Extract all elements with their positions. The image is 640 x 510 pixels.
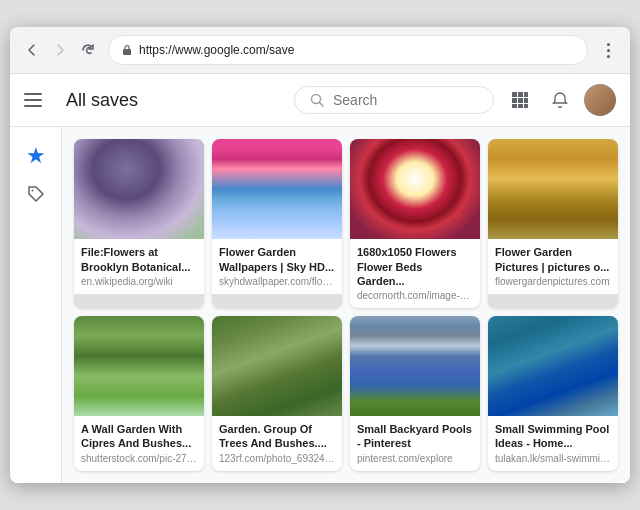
sidebar-item-star[interactable]: ★ xyxy=(26,143,46,169)
content-area: File:Flowers at Brooklyn Botanical...en.… xyxy=(62,127,630,482)
card-thumbnail xyxy=(212,316,342,416)
reload-button[interactable] xyxy=(76,38,100,62)
search-bar[interactable] xyxy=(294,86,494,114)
card-thumbnail xyxy=(488,139,618,239)
card-url: shutterstock.com/pic-2721... xyxy=(81,453,197,464)
app-header: All saves xyxy=(10,74,630,127)
avatar[interactable] xyxy=(584,84,616,116)
sidebar: ★ xyxy=(10,127,62,482)
page-title: All saves xyxy=(66,90,294,111)
svg-point-11 xyxy=(31,190,33,192)
card-thumbnail xyxy=(488,316,618,416)
card-url: skyhdwallpaper.com/flower... xyxy=(219,276,335,287)
svg-rect-3 xyxy=(518,92,523,97)
bell-icon xyxy=(551,91,569,109)
card-title: 1680x1050 Flowers Flower Beds Garden... xyxy=(357,245,473,288)
svg-rect-6 xyxy=(518,98,523,103)
address-bar[interactable] xyxy=(108,35,588,65)
card-title: Small Backyard Pools - Pinterest xyxy=(357,422,473,451)
sidebar-item-tag[interactable] xyxy=(27,185,45,208)
list-item[interactable]: Small Backyard Pools - Pinterestpinteres… xyxy=(350,316,480,471)
card-title: Flower Garden Pictures | pictures o... xyxy=(495,245,611,274)
card-thumbnail xyxy=(74,316,204,416)
hamburger-button[interactable] xyxy=(24,86,52,114)
list-item[interactable]: Flower Garden Pictures | pictures o...fl… xyxy=(488,139,618,308)
svg-rect-4 xyxy=(524,92,528,97)
main-layout: ★ File:Flowers at Brooklyn Botanical...e… xyxy=(10,127,630,482)
card-url: 123rf.com/photo_6932437... xyxy=(219,453,335,464)
card-title: File:Flowers at Brooklyn Botanical... xyxy=(81,245,197,274)
svg-rect-10 xyxy=(524,104,528,108)
svg-rect-2 xyxy=(512,92,517,97)
svg-rect-9 xyxy=(518,104,523,108)
list-item[interactable]: Flower Garden Wallpapers | Sky HD...skyh… xyxy=(212,139,342,308)
header-right xyxy=(504,84,616,116)
list-item[interactable]: A Wall Garden With Cipres And Bushes...s… xyxy=(74,316,204,471)
back-button[interactable] xyxy=(20,38,44,62)
list-item[interactable]: Small Swimming Pool Ideas - Home...tulak… xyxy=(488,316,618,471)
card-url: decornorth.com/image-of-fl... xyxy=(357,290,473,301)
search-input[interactable] xyxy=(333,92,473,108)
svg-rect-0 xyxy=(123,49,131,55)
card-title: A Wall Garden With Cipres And Bushes... xyxy=(81,422,197,451)
list-item[interactable]: Garden. Group Of Trees And Bushes....123… xyxy=(212,316,342,471)
image-grid: File:Flowers at Brooklyn Botanical...en.… xyxy=(74,139,618,470)
svg-rect-5 xyxy=(512,98,517,103)
browser-window: All saves xyxy=(10,27,630,482)
notifications-button[interactable] xyxy=(544,84,576,116)
svg-rect-8 xyxy=(512,104,517,108)
card-url: tulakan.lk/small-swimming-... xyxy=(495,453,611,464)
card-url: pinterest.com/explore xyxy=(357,453,473,464)
list-item[interactable]: File:Flowers at Brooklyn Botanical...en.… xyxy=(74,139,204,308)
browser-toolbar xyxy=(10,27,630,74)
search-icon xyxy=(309,92,325,108)
apps-button[interactable] xyxy=(504,84,536,116)
forward-button[interactable] xyxy=(48,38,72,62)
app-content: All saves xyxy=(10,74,630,482)
url-input[interactable] xyxy=(139,43,575,57)
card-url: en.wikipedia.org/wiki xyxy=(81,276,197,287)
nav-buttons xyxy=(20,38,100,62)
list-item[interactable]: 1680x1050 Flowers Flower Beds Garden...d… xyxy=(350,139,480,308)
card-thumbnail xyxy=(350,139,480,239)
browser-menu-button[interactable] xyxy=(596,38,620,62)
card-thumbnail xyxy=(350,316,480,416)
card-thumbnail xyxy=(74,139,204,239)
svg-rect-7 xyxy=(524,98,528,103)
card-url: flowergardenpictures.com xyxy=(495,276,611,287)
card-thumbnail xyxy=(212,139,342,239)
apps-icon xyxy=(511,91,529,109)
card-title: Garden. Group Of Trees And Bushes.... xyxy=(219,422,335,451)
card-title: Small Swimming Pool Ideas - Home... xyxy=(495,422,611,451)
lock-icon xyxy=(121,44,133,56)
card-title: Flower Garden Wallpapers | Sky HD... xyxy=(219,245,335,274)
